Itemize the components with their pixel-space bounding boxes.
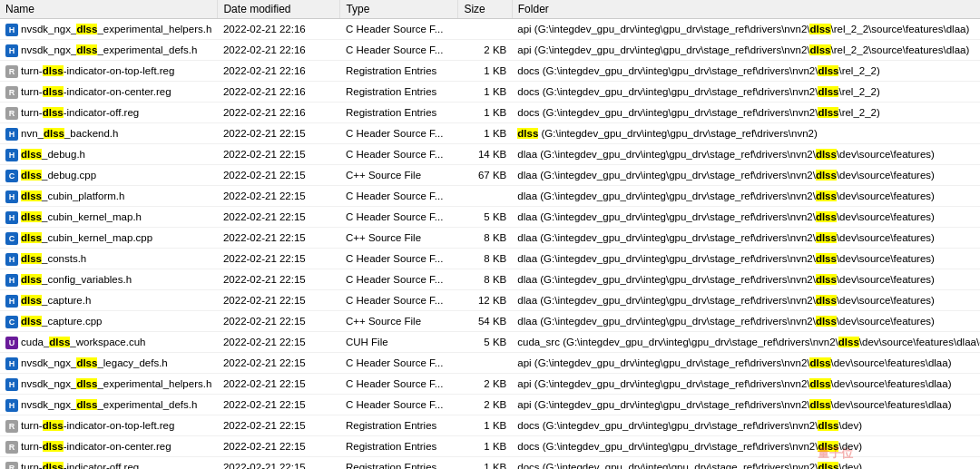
table-row[interactable]: Hnvsdk_ngx_dlss_experimental_helpers.h20… [0, 19, 980, 40]
file-folder-cell: dlaa (G:\integdev_gpu_drv\integ\gpu_drv\… [512, 207, 980, 228]
file-size-cell: 1 KB [458, 61, 512, 82]
file-name-cell: Hnvsdk_ngx_dlss_legacy_defs.h [0, 353, 218, 374]
file-name-cell: Rturn-dlss-indicator-on-top-left.reg [0, 415, 218, 436]
file-name-cell: Rturn-dlss-indicator-on-center.reg [0, 82, 218, 103]
file-size-cell: 8 KB [458, 228, 512, 249]
file-size-cell: 12 KB [458, 290, 512, 311]
file-folder-cell: dlaa (G:\integdev_gpu_drv\integ\gpu_drv\… [512, 228, 980, 249]
table-row[interactable]: Hnvn_dlss_backend.h2022-02-21 22:15C Hea… [0, 123, 980, 144]
file-size-cell: 1 KB [458, 123, 512, 144]
file-folder-cell: cuda_src (G:\integdev_gpu_drv\integ\gpu_… [512, 332, 980, 353]
file-date-cell: 2022-02-21 22:16 [218, 82, 340, 103]
col-header-date[interactable]: Date modified [218, 0, 340, 19]
file-name-cell: Hdlss_cubin_kernel_map.h [0, 207, 218, 228]
col-header-name[interactable]: Name [0, 0, 218, 19]
file-type-cell: Registration Entries [340, 436, 458, 457]
col-header-folder[interactable]: Folder [512, 0, 980, 19]
file-folder-cell: dlaa (G:\integdev_gpu_drv\integ\gpu_drv\… [512, 249, 980, 269]
file-date-cell: 2022-02-21 22:15 [218, 269, 340, 290]
file-type-cell: C Header Source F... [340, 186, 458, 207]
table-row[interactable]: Hdlss_cubin_kernel_map.h2022-02-21 22:15… [0, 207, 980, 228]
file-type-cell: C Header Source F... [340, 123, 458, 144]
file-size-cell [458, 19, 512, 40]
table-wrapper[interactable]: Name Date modified Type Size Folder Hnvs… [0, 0, 980, 469]
file-size-cell [458, 186, 512, 207]
table-row[interactable]: Hdlss_debug.h2022-02-21 22:15C Header So… [0, 144, 980, 165]
file-date-cell: 2022-02-21 22:15 [218, 395, 340, 415]
file-size-cell: 1 KB [458, 457, 512, 470]
table-row[interactable]: Hdlss_cubin_platform.h2022-02-21 22:15C … [0, 186, 980, 207]
file-date-cell: 2022-02-21 22:15 [218, 207, 340, 228]
table-row[interactable]: Hdlss_capture.h2022-02-21 22:15C Header … [0, 290, 980, 311]
file-folder-cell: api (G:\integdev_gpu_drv\integ\gpu_drv\s… [512, 374, 980, 395]
file-type-cell: C++ Source File [340, 311, 458, 332]
file-date-cell: 2022-02-21 22:16 [218, 103, 340, 123]
file-date-cell: 2022-02-21 22:15 [218, 186, 340, 207]
file-type-cell: C Header Source F... [340, 374, 458, 395]
file-type-cell: Registration Entries [340, 415, 458, 436]
file-date-cell: 2022-02-21 22:15 [218, 311, 340, 332]
file-name-cell: Hnvsdk_ngx_dlss_experimental_helpers.h [0, 374, 218, 395]
file-name-cell: Hdlss_debug.h [0, 144, 218, 165]
file-date-cell: 2022-02-21 22:15 [218, 165, 340, 186]
file-size-cell: 1 KB [458, 415, 512, 436]
table-row[interactable]: Hnvsdk_ngx_dlss_experimental_helpers.h20… [0, 374, 980, 395]
file-folder-cell: docs (G:\integdev_gpu_drv\integ\gpu_drv\… [512, 82, 980, 103]
table-row[interactable]: Rturn-dlss-indicator-on-center.reg2022-0… [0, 436, 980, 457]
file-folder-cell: dlaa (G:\integdev_gpu_drv\integ\gpu_drv\… [512, 269, 980, 290]
file-size-cell: 1 KB [458, 82, 512, 103]
table-row[interactable]: Rturn-dlss-indicator-on-center.reg2022-0… [0, 82, 980, 103]
file-type-cell: C Header Source F... [340, 395, 458, 415]
table-row[interactable]: Cdlss_debug.cpp2022-02-21 22:15C++ Sourc… [0, 165, 980, 186]
file-type-cell: C++ Source File [340, 228, 458, 249]
table-row[interactable]: Hdlss_config_variables.h2022-02-21 22:15… [0, 269, 980, 290]
file-date-cell: 2022-02-21 22:16 [218, 19, 340, 40]
file-name-cell: Rturn-dlss-indicator-off.reg [0, 457, 218, 470]
file-folder-cell: dlss (G:\integdev_gpu_drv\integ\gpu_drv\… [512, 123, 980, 144]
file-date-cell: 2022-02-21 22:15 [218, 415, 340, 436]
file-date-cell: 2022-02-21 22:15 [218, 374, 340, 395]
file-size-cell: 5 KB [458, 332, 512, 353]
file-size-cell: 5 KB [458, 207, 512, 228]
file-folder-cell: docs (G:\integdev_gpu_drv\integ\gpu_drv\… [512, 61, 980, 82]
table-row[interactable]: Rturn-dlss-indicator-off.reg2022-02-21 2… [0, 457, 980, 470]
table-row[interactable]: Cdlss_capture.cpp2022-02-21 22:15C++ Sou… [0, 311, 980, 332]
file-type-cell: CUH File [340, 332, 458, 353]
file-folder-cell: api (G:\integdev_gpu_drv\integ\gpu_drv\s… [512, 395, 980, 415]
col-header-size[interactable]: Size [458, 0, 512, 19]
col-header-type[interactable]: Type [340, 0, 458, 19]
table-row[interactable]: Rturn-dlss-indicator-on-top-left.reg2022… [0, 61, 980, 82]
file-folder-cell: dlaa (G:\integdev_gpu_drv\integ\gpu_drv\… [512, 290, 980, 311]
file-size-cell: 2 KB [458, 40, 512, 61]
table-row[interactable]: Hnvsdk_ngx_dlss_experimental_defs.h2022-… [0, 40, 980, 61]
table-row[interactable]: Hnvsdk_ngx_dlss_legacy_defs.h2022-02-21 … [0, 353, 980, 374]
file-name-cell: Cdlss_debug.cpp [0, 165, 218, 186]
table-row[interactable]: Ucuda_dlss_workspace.cuh2022-02-21 22:15… [0, 332, 980, 353]
file-size-cell [458, 353, 512, 374]
file-size-cell: 67 KB [458, 165, 512, 186]
file-name-cell: Hdlss_cubin_platform.h [0, 186, 218, 207]
file-name-cell: Rturn-dlss-indicator-on-center.reg [0, 436, 218, 457]
file-name-cell: Rturn-dlss-indicator-on-top-left.reg [0, 61, 218, 82]
file-size-cell: 1 KB [458, 103, 512, 123]
table-row[interactable]: Cdlss_cubin_kernel_map.cpp2022-02-21 22:… [0, 228, 980, 249]
file-folder-cell: api (G:\integdev_gpu_drv\integ\gpu_drv\s… [512, 40, 980, 61]
file-type-cell: C Header Source F... [340, 269, 458, 290]
file-size-cell: 2 KB [458, 374, 512, 395]
file-type-cell: C Header Source F... [340, 19, 458, 40]
file-folder-cell: docs (G:\integdev_gpu_drv\integ\gpu_drv\… [512, 457, 980, 470]
file-folder-cell: dlaa (G:\integdev_gpu_drv\integ\gpu_drv\… [512, 144, 980, 165]
table-row[interactable]: Rturn-dlss-indicator-off.reg2022-02-21 2… [0, 103, 980, 123]
file-date-cell: 2022-02-21 22:15 [218, 353, 340, 374]
table-row[interactable]: Hdlss_consts.h2022-02-21 22:15C Header S… [0, 249, 980, 269]
table-row[interactable]: Hnvsdk_ngx_dlss_experimental_defs.h2022-… [0, 395, 980, 415]
table-row[interactable]: Rturn-dlss-indicator-on-top-left.reg2022… [0, 415, 980, 436]
file-folder-cell: docs (G:\integdev_gpu_drv\integ\gpu_drv\… [512, 436, 980, 457]
file-folder-cell: dlaa (G:\integdev_gpu_drv\integ\gpu_drv\… [512, 186, 980, 207]
file-size-cell: 14 KB [458, 144, 512, 165]
file-type-cell: C Header Source F... [340, 207, 458, 228]
file-name-cell: Hnvn_dlss_backend.h [0, 123, 218, 144]
file-name-cell: Cdlss_cubin_kernel_map.cpp [0, 228, 218, 249]
file-name-cell: Hdlss_config_variables.h [0, 269, 218, 290]
file-name-cell: Ucuda_dlss_workspace.cuh [0, 332, 218, 353]
